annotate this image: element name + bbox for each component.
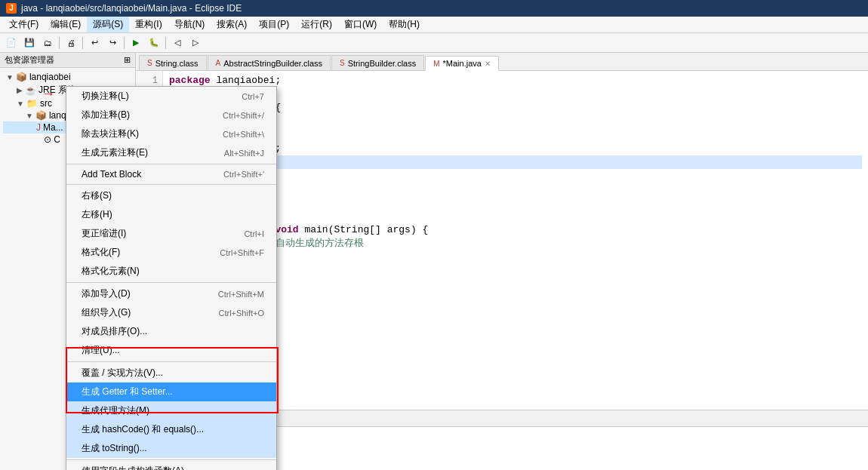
ctx-format-elem-label: 格式化元素(N) [82, 265, 140, 278]
menu-bar: 文件(F) 编辑(E) 源码(S) 重构(I) 导航(N) 搜索(A) 项目(P… [0, 17, 868, 33]
ctx-org-import-label: 组织导入(G) [82, 306, 131, 319]
ctx-sort-label: 对成员排序(O)... [82, 325, 147, 338]
tab-label-abstract: AbstractStringBuilder.class [223, 59, 322, 68]
menu-project[interactable]: 项目(P) [253, 17, 295, 32]
ctx-cleanup-label: 清理(U)... [82, 344, 120, 357]
tab-string-class[interactable]: S String.class [139, 55, 207, 70]
ctx-add-import-label: 添加导入(D) [82, 287, 131, 300]
ctx-sep1 [66, 164, 276, 164]
tab-icon-sb: S [340, 59, 345, 67]
ctx-indent-right-label: 右移(S) [82, 189, 112, 202]
new-btn[interactable]: 📄 [3, 35, 20, 51]
ctx-toggle-comment-label: 切换注释(L) [82, 90, 129, 103]
ctx-add-comment-shortcut: Ctrl+Shift+/ [223, 111, 264, 120]
chevron-right-icon3: ▼ [17, 100, 24, 108]
ctx-correct-indent-label: 更正缩进(I) [82, 227, 126, 240]
tree-node-lanqiaobei[interactable]: ▼ 📦 lanqiaobei [3, 71, 132, 83]
ctx-add-comment-label: 添加注释(B) [82, 109, 130, 121]
context-menu: 切换注释(L) Ctrl+7 添加注释(B) Ctrl+Shift+/ 除去块注… [66, 86, 277, 470]
toolbar: 📄 💾 🗂 🖨 ↩ ↪ ▶ 🐛 ◁ ▷ [0, 33, 868, 53]
save-all-btn[interactable]: 🗂 [39, 35, 56, 51]
ctx-indent-right[interactable]: 右移(S) [66, 186, 276, 205]
ctx-sep4 [66, 361, 276, 362]
redo-btn[interactable]: ↪ [104, 35, 121, 51]
c-icon: ⊙ C [44, 134, 60, 145]
ctx-gen-ctor-fields[interactable]: 使用字段生成构造函数(A)...... [66, 462, 276, 470]
ctx-override[interactable]: 覆盖 / 实现方法(V)... [66, 364, 276, 382]
ctx-remove-block-label: 除去块注释(K) [82, 127, 139, 140]
ctx-gen-ctor-label: 使用字段生成构造函数(A)...... [82, 465, 199, 470]
save-btn[interactable]: 💾 [21, 35, 38, 51]
menu-run[interactable]: 运行(R) [295, 17, 338, 32]
title-text: java - lanqiaobei/src/lanqiaobei/Main.ja… [21, 3, 242, 14]
ctx-correct-indent[interactable]: 更正缩进(I) Ctrl+I [66, 224, 276, 243]
ctx-delegate-label: 生成代理方法(M)... [82, 404, 157, 417]
menu-navigate[interactable]: 导航(N) [168, 17, 211, 32]
ctx-hashcode-equals[interactable]: 生成 hashCode() 和 equals()... [66, 420, 276, 439]
ctx-organize-import[interactable]: 组织导入(G) Ctrl+Shift+O [66, 303, 276, 322]
ctx-getter-setter-label: 生成 Getter 和 Setter... [82, 386, 173, 398]
main-layout: 包资源管理器 ⊞ ▼ 📦 lanqiaobei ▶ ☕ JRE 系统... ▼ … [0, 53, 868, 470]
tree-package-icon: 📦 [16, 72, 27, 82]
tab-stringbuilder[interactable]: S StringBuilder.class [331, 55, 424, 70]
ctx-hashcode-label: 生成 hashCode() 和 equals()... [82, 423, 204, 436]
debug-btn[interactable]: 🐛 [146, 35, 162, 51]
ctx-toggle-comment-shortcut: Ctrl+7 [242, 92, 264, 101]
print-btn[interactable]: 🖨 [63, 35, 79, 51]
panel-title-label: 包资源管理器 [5, 54, 54, 66]
tree-label-lanqiaobei: lanqiaobei [29, 72, 71, 82]
ctx-correct-indent-shortcut: Ctrl+I [244, 229, 264, 238]
ctx-format-element[interactable]: 格式化元素(N) [66, 262, 276, 281]
run-btn[interactable]: ▶ [128, 35, 144, 51]
menu-help[interactable]: 帮助(H) [383, 17, 426, 32]
tab-label-sb: StringBuilder.class [348, 59, 417, 68]
menu-refactor[interactable]: 重构(I) [129, 17, 168, 32]
ctx-add-import[interactable]: 添加导入(D) Ctrl+Shift+M [66, 284, 276, 303]
ctx-add-text-block-shortcut: Ctrl+Shift+' [223, 170, 264, 179]
ctx-add-text-block[interactable]: Add Text Block Ctrl+Shift+' [66, 166, 276, 183]
tab-abstractstringbuilder[interactable]: A AbstractStringBuilder.class [208, 55, 331, 70]
ctx-gen-element-comment[interactable]: 生成元素注释(E) Alt+Shift+J [66, 143, 276, 162]
back-btn[interactable]: ◁ [169, 35, 186, 51]
ctx-indent-left[interactable]: 左移(H) [66, 205, 276, 224]
ctx-indent-left-label: 左移(H) [82, 208, 112, 221]
sep2 [82, 37, 83, 49]
ctx-override-label: 覆盖 / 实现方法(V)... [82, 367, 163, 379]
tab-label-string: String.class [155, 59, 199, 68]
tab-close-main[interactable]: ✕ [485, 60, 491, 68]
menu-window[interactable]: 窗口(W) [338, 17, 383, 32]
ctx-cleanup[interactable]: 清理(U)... [66, 341, 276, 360]
ctx-tostring[interactable]: 生成 toString()... [66, 439, 276, 458]
pkg-icon: 📦 [35, 110, 47, 121]
sep3 [124, 37, 125, 49]
tab-icon-abstract: A [216, 59, 221, 67]
panel-title: 包资源管理器 ⊞ [0, 53, 135, 68]
ctx-tostring-label: 生成 toString()... [82, 442, 147, 455]
ctx-org-import-shortcut: Ctrl+Shift+O [218, 309, 264, 318]
chevron-right-icon: ▼ [6, 73, 14, 81]
ctx-getter-setter[interactable]: 生成 Getter 和 Setter... [66, 382, 276, 401]
forward-btn[interactable]: ▷ [187, 35, 204, 51]
ctx-sort-members[interactable]: 对成员排序(O)... [66, 322, 276, 341]
tab-icon-string: S [147, 59, 152, 67]
menu-file[interactable]: 文件(F) [3, 17, 45, 32]
ctx-format-label: 格式化(F) [82, 246, 120, 259]
ctx-add-import-shortcut: Ctrl+Shift+M [218, 290, 264, 299]
ctx-toggle-comment[interactable]: 切换注释(L) Ctrl+7 [66, 87, 276, 106]
ctx-remove-block-shortcut: Ctrl+Shift+\ [223, 130, 264, 139]
ctx-delegate[interactable]: 生成代理方法(M)... [66, 401, 276, 420]
ctx-remove-block-comment[interactable]: 除去块注释(K) Ctrl+Shift+\ [66, 124, 276, 143]
tree-label-main: Ma... [43, 122, 63, 133]
tab-main[interactable]: M *Main.java ✕ [425, 56, 499, 71]
ctx-format[interactable]: 格式化(F) Ctrl+Shift+F [66, 243, 276, 262]
menu-edit[interactable]: 编辑(E) [45, 17, 87, 32]
ctx-sep2 [66, 184, 276, 185]
tab-label-main: *Main.java [443, 59, 482, 68]
undo-btn[interactable]: ↩ [86, 35, 103, 51]
menu-search[interactable]: 搜索(A) [211, 17, 253, 32]
title-bar: J java - lanqiaobei/src/lanqiaobei/Main.… [0, 0, 868, 17]
ctx-sep3 [66, 282, 276, 283]
menu-source[interactable]: 源码(S) [87, 17, 129, 32]
ctx-add-comment[interactable]: 添加注释(B) Ctrl+Shift+/ [66, 106, 276, 124]
tab-icon-main: M [433, 60, 439, 68]
